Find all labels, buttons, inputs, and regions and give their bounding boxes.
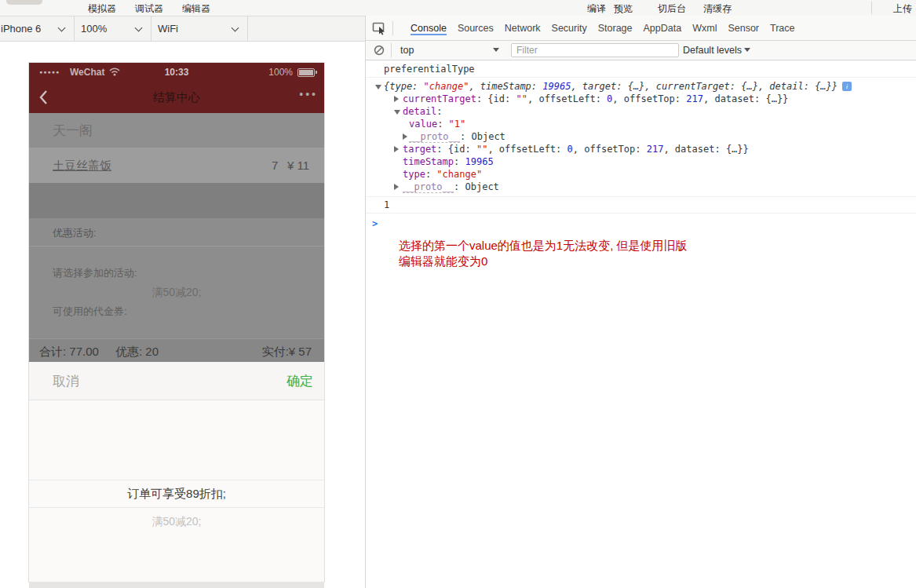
- top-menubar: 模拟器调试器编辑器编译预览切后台清缓存上传: [0, 0, 916, 16]
- phone-nav-bar: 结算中心 •••: [29, 82, 324, 113]
- console-tree-row[interactable]: __proto__: Object: [366, 181, 916, 193]
- disclosure-expanded-icon[interactable]: [375, 85, 381, 89]
- console-tree-row[interactable]: target: {id: "", offsetLeft: 0, offsetTo…: [366, 143, 916, 155]
- action-item-5[interactable]: 上传: [893, 2, 912, 16]
- token: 19965: [465, 156, 493, 167]
- dish-price: ¥ 11: [287, 159, 309, 172]
- filter-input[interactable]: [511, 43, 679, 57]
- tab-storage[interactable]: Storage: [598, 23, 633, 34]
- token: Object: [465, 181, 498, 192]
- token: timeStamp: [403, 156, 454, 167]
- inspect-element-icon[interactable]: [372, 21, 388, 35]
- token: {type:: [384, 81, 424, 92]
- action-item-1[interactable]: 编译: [587, 2, 606, 16]
- confirm-button[interactable]: 确定: [286, 372, 313, 390]
- console-tree-row[interactable]: currentTarget: {id: "", offsetLeft: 0, o…: [366, 93, 916, 105]
- log-levels-select[interactable]: Default levels: [683, 45, 742, 56]
- token: {…}: [628, 81, 645, 92]
- disclosure-collapsed-icon[interactable]: [394, 146, 399, 152]
- activity-option[interactable]: 满50减20;: [29, 286, 324, 300]
- token: "": [516, 93, 527, 104]
- cancel-button[interactable]: 取消: [53, 372, 79, 390]
- shop-name: 天一阁: [53, 122, 93, 140]
- battery-percent: 100%: [268, 67, 293, 78]
- token: "": [476, 144, 487, 155]
- tab-wxml[interactable]: Wxml: [692, 23, 717, 34]
- picker-selected-option[interactable]: 订单可享受89折扣;: [29, 480, 324, 508]
- info-icon[interactable]: i: [842, 82, 852, 91]
- token: :: [437, 119, 448, 130]
- total-amount: 合计: 77.00: [39, 345, 99, 360]
- token: detail: [403, 106, 436, 117]
- console-tree-row: timeStamp: 19965: [366, 155, 916, 168]
- token: 19965: [542, 81, 571, 92]
- tab-security[interactable]: Security: [552, 23, 587, 34]
- chevron-down-icon[interactable]: [744, 48, 750, 55]
- console-prompt[interactable]: >: [366, 214, 916, 229]
- annotation-line: 编辑器就能变为0: [399, 254, 688, 269]
- console-tree-row: type: "change": [366, 168, 916, 181]
- console-tree-row[interactable]: __proto__: Object: [366, 130, 916, 143]
- activity-select-area: 请选择参加的活动: 满50减20; 可使用的代金券:: [29, 247, 324, 338]
- picker-next-option[interactable]: 满50减20;: [29, 515, 324, 529]
- disclosure-collapsed-icon[interactable]: [403, 133, 407, 140]
- console-tree-row[interactable]: detail:: [366, 105, 916, 118]
- chevron-down-icon: [232, 24, 239, 32]
- devtools-panel: ConsoleSourcesNetworkSecurityStorageAppD…: [366, 16, 916, 588]
- action-item-3[interactable]: 切后台: [658, 2, 686, 16]
- action-item-4[interactable]: 清缓存: [703, 2, 732, 16]
- token: , currentTarget:: [644, 81, 741, 92]
- token: 217: [647, 144, 664, 155]
- tab-sensor[interactable]: Sensor: [728, 23, 759, 34]
- disclosure-collapsed-icon[interactable]: [394, 96, 399, 102]
- tab-sources[interactable]: Sources: [458, 23, 494, 34]
- token: "1": [449, 119, 466, 130]
- token: , offsetLeft:: [527, 93, 607, 104]
- zoom-select-value: 100%: [75, 23, 107, 35]
- tab-appdata[interactable]: AppData: [644, 23, 682, 34]
- token: :: [436, 106, 442, 117]
- clear-console-icon[interactable]: [374, 45, 385, 59]
- menubar-divider: [871, 2, 872, 14]
- zoom-select[interactable]: 100%: [75, 16, 151, 41]
- menu-item-3[interactable]: 编辑器: [182, 2, 210, 16]
- menu-item-1[interactable]: 模拟器: [88, 2, 116, 16]
- token: :: [425, 169, 436, 180]
- context-select[interactable]: top: [400, 45, 414, 56]
- token: , target:: [571, 81, 627, 92]
- more-menu-button[interactable]: •••: [299, 88, 318, 100]
- battery-icon: [297, 68, 315, 77]
- disclosure-collapsed-icon[interactable]: [394, 184, 399, 190]
- token: currentTarget: [403, 93, 476, 104]
- token: , offsetTop:: [573, 144, 647, 155]
- device-bar: iPhone 6 100% WiFi: [0, 16, 365, 42]
- phone-status-bar: ●●●●● WeChat 10:33 100%: [29, 63, 324, 82]
- tab-console[interactable]: Console: [411, 23, 447, 35]
- network-select[interactable]: WiFi: [151, 16, 248, 41]
- tab-network[interactable]: Network: [505, 23, 541, 34]
- token: :: [454, 156, 465, 167]
- dish-row: 土豆丝盖饭 7 ¥ 11: [29, 148, 324, 183]
- shop-row: 天一阁: [29, 113, 324, 148]
- discount-amount: 优惠: 20: [115, 345, 159, 360]
- action-item-2[interactable]: 预览: [614, 2, 633, 16]
- empty-band: [29, 183, 324, 218]
- token: , timeStamp:: [469, 81, 542, 92]
- device-bar-spacer: [248, 16, 365, 41]
- menu-item-2[interactable]: 调试器: [135, 2, 163, 16]
- select-activity-label: 请选择参加的活动:: [53, 266, 137, 280]
- chevron-down-icon[interactable]: [493, 48, 499, 55]
- token: value: [409, 119, 437, 130]
- tab-trace[interactable]: Trace: [770, 23, 795, 34]
- disclosure-expanded-icon[interactable]: [394, 110, 400, 115]
- token: , dataset:: [663, 144, 725, 155]
- console-tree-row[interactable]: {type: "change", timeStamp: 19965, targe…: [366, 80, 916, 93]
- dish-name-link[interactable]: 土豆丝盖饭: [53, 159, 111, 173]
- token: , detail:: [758, 81, 815, 92]
- device-select[interactable]: iPhone 6: [0, 16, 75, 41]
- token: {…}}: [726, 144, 749, 155]
- wechat-devtools-window: 模拟器调试器编辑器编译预览切后台清缓存上传 iPhone 6 100% WiFi…: [0, 0, 916, 588]
- token: :: [460, 131, 471, 142]
- token: , dataset:: [703, 93, 765, 104]
- console-log: preferentialType {type: "change", timeSt…: [366, 60, 916, 229]
